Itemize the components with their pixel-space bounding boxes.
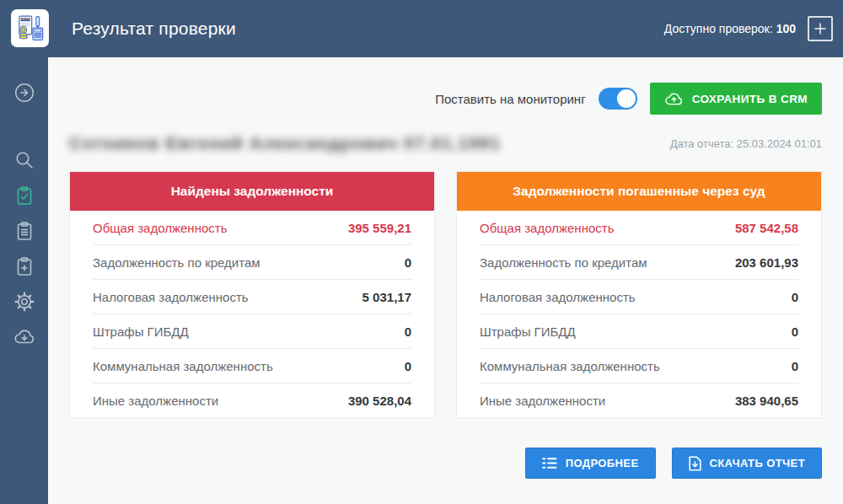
toggle-knob	[617, 89, 636, 108]
row-label: Налоговая задолженность	[93, 290, 249, 304]
document-download-icon	[689, 456, 701, 471]
header-right: Доступно проверок:100	[664, 16, 833, 41]
row-value: 395 559,21	[348, 221, 411, 235]
sidebar-item-downloads[interactable]	[13, 325, 36, 349]
row-value: 5 031,17	[362, 290, 411, 304]
main-content: Поставить на мониторинг СОХРАНИТЬ В CRM …	[48, 57, 843, 504]
cloud-upload-icon	[664, 92, 684, 106]
report-subject-row: Сотников Евгений Александрович 07.01.199…	[69, 130, 822, 157]
clipboard-list-icon	[13, 220, 35, 242]
row-label: Задолженность по кредитам	[93, 255, 260, 270]
row-label: Иные задолженности	[480, 394, 605, 408]
row-value: 587 542,58	[735, 221, 798, 235]
row-value: 0	[792, 359, 798, 373]
arrow-right-circle-icon	[13, 82, 35, 104]
court-settled-debts-header: Задолженности погашенные через суд	[457, 172, 821, 211]
row-value: 0	[792, 324, 798, 339]
table-row: Задолженность по кредитам 203 601,93	[480, 245, 798, 280]
sidebar-item-settings[interactable]	[13, 290, 36, 314]
table-row: Иные задолженности 383 940,65	[480, 383, 798, 417]
table-row: Иные задолженности 390 528,04	[93, 383, 411, 417]
row-value: 0	[405, 324, 411, 339]
table-row: Общая задолженность 587 542,58	[480, 211, 798, 245]
sidebar-item-check-results[interactable]	[13, 184, 36, 207]
toolbar: Поставить на мониторинг СОХРАНИТЬ В CRM	[435, 83, 822, 115]
row-label: Общая задолженность	[480, 221, 614, 235]
available-checks: Доступно проверок:100	[664, 22, 796, 35]
cloud-download-icon	[13, 326, 36, 348]
table-row: Задолженность по кредитам 0	[93, 245, 411, 280]
table-row: Коммунальная задолженность 0	[480, 349, 798, 383]
table-row: Коммунальная задолженность 0	[93, 349, 411, 383]
table-row: Налоговая задолженность 5 031,17	[93, 280, 411, 314]
sidebar	[0, 57, 48, 504]
row-value: 383 940,65	[735, 394, 798, 408]
table-row: Штрафы ГИБДД 0	[480, 314, 798, 349]
subject-name-blurred: Сотников Евгений Александрович 07.01.199…	[69, 133, 501, 153]
row-label: Коммунальная задолженность	[480, 359, 660, 373]
sidebar-item-search[interactable]	[13, 148, 36, 172]
svg-text:ФССП: ФССП	[22, 18, 30, 21]
row-label: Коммунальная задолженность	[93, 359, 273, 373]
row-value: 0	[792, 290, 798, 304]
details-button-label: ПОДРОБНЕЕ	[566, 457, 639, 469]
app-header: ФССП Результат проверки Доступно проверо…	[0, 0, 843, 57]
monitoring-toggle[interactable]	[599, 88, 637, 110]
clipboard-check-icon	[13, 185, 35, 206]
add-checks-button[interactable]	[808, 16, 833, 41]
row-label: Задолженность по кредитам	[480, 255, 647, 270]
table-row: Штрафы ГИБДД 0	[93, 314, 411, 349]
sidebar-item-reports-list[interactable]	[13, 219, 36, 243]
sidebar-item-new-check[interactable]	[13, 255, 36, 278]
details-button[interactable]: ПОДРОБНЕЕ	[525, 448, 656, 479]
available-checks-count: 100	[776, 22, 796, 35]
found-debts-panel: Найдены задолженности Общая задолженност…	[69, 171, 435, 418]
clipboard-plus-icon	[13, 255, 35, 277]
row-label: Штрафы ГИБДД	[93, 324, 189, 339]
table-row: Налоговая задолженность 0	[480, 280, 798, 314]
plus-icon	[813, 22, 827, 35]
row-value: 0	[405, 359, 411, 373]
download-report-button-label: СКАЧАТЬ ОТЧЕТ	[710, 457, 806, 469]
row-value: 390 528,04	[348, 394, 411, 408]
save-to-crm-button[interactable]: СОХРАНИТЬ В CRM	[650, 83, 822, 115]
report-date: Дата отчета: 25.03.2024 01:01	[670, 137, 822, 150]
download-report-button[interactable]: СКАЧАТЬ ОТЧЕТ	[672, 448, 823, 479]
table-row: Общая задолженность 395 559,21	[93, 211, 411, 245]
found-debts-table: Общая задолженность 395 559,21 Задолженн…	[70, 211, 434, 417]
court-settled-debts-table: Общая задолженность 587 542,58 Задолженн…	[457, 211, 821, 417]
found-debts-header: Найдены задолженности	[70, 172, 434, 211]
row-value: 0	[405, 255, 411, 270]
row-value: 203 601,93	[735, 255, 798, 270]
sidebar-item-login[interactable]	[13, 81, 36, 105]
court-settled-debts-panel: Задолженности погашенные через суд Общая…	[456, 171, 822, 418]
page-title: Результат проверки	[72, 19, 236, 39]
row-label: Штрафы ГИБДД	[480, 324, 576, 339]
save-to-crm-label: СОХРАНИТЬ В CRM	[692, 93, 808, 105]
monitoring-label: Поставить на мониторинг	[435, 92, 586, 106]
list-icon	[542, 457, 557, 469]
row-label: Общая задолженность	[93, 221, 227, 235]
footer-actions: ПОДРОБНЕЕ СКАЧАТЬ ОТЧЕТ	[525, 448, 822, 479]
debt-panels: Найдены задолженности Общая задолженност…	[69, 171, 822, 418]
app-logo-icon: ФССП	[11, 9, 49, 47]
row-label: Иные задолженности	[93, 394, 218, 408]
gear-icon	[13, 291, 35, 313]
available-checks-label: Доступно проверок:	[664, 22, 773, 35]
search-icon	[13, 149, 35, 171]
row-label: Налоговая задолженность	[480, 290, 636, 304]
